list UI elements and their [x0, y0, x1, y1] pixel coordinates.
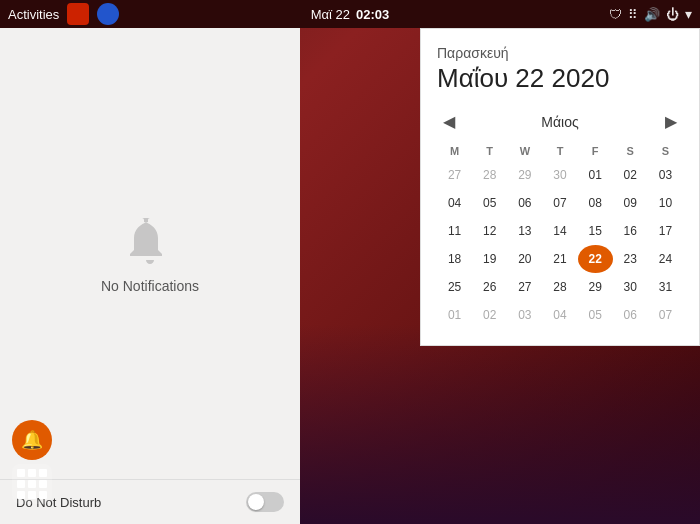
- calendar-prev-button[interactable]: ◀: [437, 110, 461, 133]
- dock-dots-grid: [17, 469, 47, 499]
- calendar-day-5-6[interactable]: 07: [648, 301, 683, 329]
- calendar-day-4-6[interactable]: 31: [648, 273, 683, 301]
- calendar-next-button[interactable]: ▶: [659, 110, 683, 133]
- dnd-toggle[interactable]: [246, 492, 284, 512]
- calendar-week-5: 01020304050607: [437, 301, 683, 329]
- sound-icon[interactable]: 🔊: [644, 7, 660, 22]
- calendar-day-0-4[interactable]: 01: [578, 161, 613, 189]
- toggle-knob: [248, 494, 264, 510]
- no-notifications-label: No Notifications: [101, 278, 199, 294]
- calendar-day-0-2[interactable]: 29: [507, 161, 542, 189]
- calendar-day-1-5[interactable]: 09: [613, 189, 648, 217]
- calendar-day-3-3[interactable]: 21: [542, 245, 577, 273]
- topbar-clock[interactable]: Μαϊ 22 02:03: [311, 7, 390, 22]
- calendar-week-3: 18192021222324: [437, 245, 683, 273]
- calendar-week-2: 11121314151617: [437, 217, 683, 245]
- calendar-day-3-6[interactable]: 24: [648, 245, 683, 273]
- calendar-day-1-2[interactable]: 06: [507, 189, 542, 217]
- weekday-m: M: [437, 141, 472, 161]
- weekday-t2: T: [542, 141, 577, 161]
- dot-7: [17, 491, 25, 499]
- calendar-day-2-4[interactable]: 15: [578, 217, 613, 245]
- topbar-time: 02:03: [356, 7, 389, 22]
- weekday-s1: S: [613, 141, 648, 161]
- calendar-day-5-5[interactable]: 06: [613, 301, 648, 329]
- calendar-day-1-6[interactable]: 10: [648, 189, 683, 217]
- calendar-day-1-3[interactable]: 07: [542, 189, 577, 217]
- calendar-day-1-1[interactable]: 05: [472, 189, 507, 217]
- calendar-day-2-2[interactable]: 13: [507, 217, 542, 245]
- calendar-day-5-0[interactable]: 01: [437, 301, 472, 329]
- bell-icon: [126, 214, 174, 268]
- weekday-f: F: [578, 141, 613, 161]
- calendar-week-0: 27282930010203: [437, 161, 683, 189]
- dot-6: [39, 480, 47, 488]
- power-icon[interactable]: ⏻: [666, 7, 679, 22]
- topbar-app-blue[interactable]: [97, 3, 119, 25]
- calendar-day-1-0[interactable]: 04: [437, 189, 472, 217]
- activities-button[interactable]: Activities: [8, 7, 59, 22]
- dock-orange-icon[interactable]: 🔔: [12, 420, 52, 460]
- calendar-day-5-3[interactable]: 04: [542, 301, 577, 329]
- calendar-day-5-4[interactable]: 05: [578, 301, 613, 329]
- calendar-day-1-4[interactable]: 08: [578, 189, 613, 217]
- dot-3: [39, 469, 47, 477]
- calendar-body: 2728293001020304050607080910111213141516…: [437, 161, 683, 329]
- calendar-day-3-2[interactable]: 20: [507, 245, 542, 273]
- topbar: Activities Μαϊ 22 02:03 🛡 ⠿ 🔊 ⏻ ▾: [0, 0, 700, 28]
- topbar-date: Μαϊ 22: [311, 7, 350, 22]
- calendar-day-0-6[interactable]: 03: [648, 161, 683, 189]
- calendar-panel: Παρασκευή Μαΐου 22 2020 ◀ Μάιος ▶ M T W …: [420, 28, 700, 346]
- calendar-day-5-2[interactable]: 03: [507, 301, 542, 329]
- notification-content: No Notifications: [0, 28, 300, 479]
- topbar-right: 🛡 ⠿ 🔊 ⏻ ▾: [609, 6, 692, 22]
- dot-9: [39, 491, 47, 499]
- calendar-day-2-1[interactable]: 12: [472, 217, 507, 245]
- calendar-day-2-0[interactable]: 11: [437, 217, 472, 245]
- calendar-day-5-1[interactable]: 02: [472, 301, 507, 329]
- calendar-day-3-1[interactable]: 19: [472, 245, 507, 273]
- calendar-day-4-2[interactable]: 27: [507, 273, 542, 301]
- calendar-weekday-row: M T W T F S S: [437, 141, 683, 161]
- calendar-day-2-6[interactable]: 17: [648, 217, 683, 245]
- settings-icon[interactable]: ▾: [685, 6, 692, 22]
- dock: 🔔: [12, 420, 52, 504]
- calendar-day-name: Παρασκευή: [437, 45, 683, 61]
- calendar-day-0-3[interactable]: 30: [542, 161, 577, 189]
- dot-4: [17, 480, 25, 488]
- weekday-t1: T: [472, 141, 507, 161]
- calendar-day-2-3[interactable]: 14: [542, 217, 577, 245]
- topbar-left: Activities: [8, 3, 119, 25]
- calendar-header: ◀ Μάιος ▶: [437, 110, 683, 133]
- dot-8: [28, 491, 36, 499]
- dot-1: [17, 469, 25, 477]
- topbar-app-red[interactable]: [67, 3, 89, 25]
- calendar-full-date: Μαΐου 22 2020: [437, 63, 683, 94]
- calendar-day-4-0[interactable]: 25: [437, 273, 472, 301]
- calendar-arrow: [552, 29, 568, 37]
- calendar-day-0-5[interactable]: 02: [613, 161, 648, 189]
- network-icon[interactable]: ⠿: [628, 7, 638, 22]
- weekday-s2: S: [648, 141, 683, 161]
- weekday-w: W: [507, 141, 542, 161]
- calendar-day-4-5[interactable]: 30: [613, 273, 648, 301]
- calendar-week-1: 04050607080910: [437, 189, 683, 217]
- calendar-day-2-5[interactable]: 16: [613, 217, 648, 245]
- calendar-day-3-5[interactable]: 23: [613, 245, 648, 273]
- calendar-day-3-4[interactable]: 22: [578, 245, 613, 273]
- calendar-day-0-1[interactable]: 28: [472, 161, 507, 189]
- topbar-center: Μαϊ 22 02:03: [311, 7, 390, 22]
- calendar-week-4: 25262728293031: [437, 273, 683, 301]
- shield-icon[interactable]: 🛡: [609, 7, 622, 22]
- calendar-day-4-4[interactable]: 29: [578, 273, 613, 301]
- calendar-day-4-1[interactable]: 26: [472, 273, 507, 301]
- dot-2: [28, 469, 36, 477]
- calendar-grid: M T W T F S S 27282930010203040506070809…: [437, 141, 683, 329]
- dock-apps-icon[interactable]: [12, 464, 52, 504]
- calendar-day-3-0[interactable]: 18: [437, 245, 472, 273]
- calendar-month-label: Μάιος: [541, 114, 578, 130]
- dot-5: [28, 480, 36, 488]
- calendar-day-4-3[interactable]: 28: [542, 273, 577, 301]
- calendar-day-0-0[interactable]: 27: [437, 161, 472, 189]
